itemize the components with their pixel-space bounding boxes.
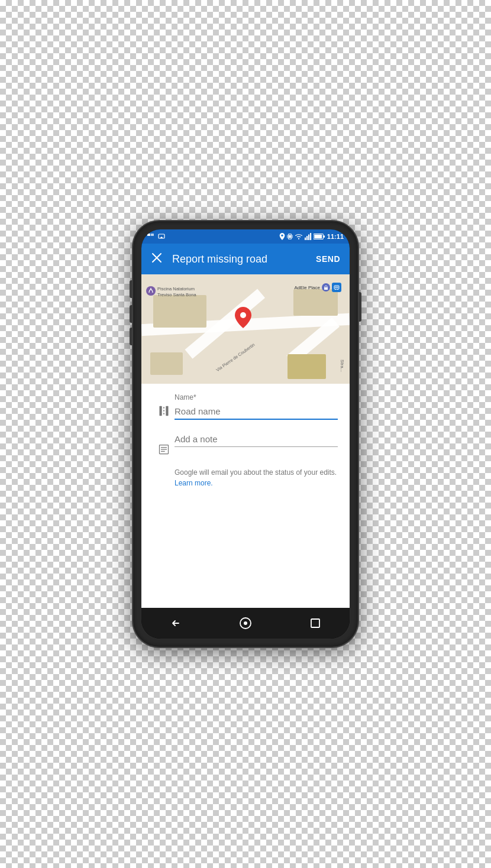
svg-rect-20	[335, 287, 338, 289]
svg-rect-5	[289, 235, 290, 238]
close-icon	[151, 252, 163, 264]
svg-rect-13	[314, 235, 322, 238]
road-name-input[interactable]	[175, 404, 338, 420]
bus-symbol	[334, 284, 340, 290]
svg-rect-8	[306, 236, 308, 240]
note-field	[175, 432, 338, 447]
map-block-3	[150, 352, 183, 375]
home-button[interactable]	[240, 617, 251, 629]
svg-rect-22	[160, 406, 162, 416]
status-bar-right: 11:11	[279, 233, 344, 240]
status-bar: 11:11	[141, 229, 350, 244]
back-button[interactable]	[170, 618, 181, 629]
svg-rect-9	[308, 235, 309, 240]
svg-rect-12	[324, 235, 325, 238]
svg-point-19	[337, 289, 338, 290]
app-bar-title: Report missing road	[172, 253, 316, 265]
note-field-row	[153, 432, 338, 455]
svg-rect-0	[147, 234, 150, 236]
svg-rect-16	[324, 287, 328, 290]
send-button[interactable]: SEND	[316, 254, 340, 264]
notification-icon-2	[158, 233, 165, 240]
map-block-4	[288, 354, 326, 379]
map-label-adele: AdEle Place	[294, 283, 341, 292]
phone-device: 11:11 Report missing road SEND	[133, 221, 358, 647]
adele-bus-icon	[332, 283, 341, 292]
svg-rect-24	[163, 407, 164, 409]
svg-point-6	[298, 238, 299, 239]
notification-icon-1	[147, 233, 156, 240]
svg-rect-10	[310, 233, 311, 240]
note-input[interactable]	[175, 432, 338, 447]
pin-shape	[235, 307, 251, 323]
back-icon	[170, 618, 181, 629]
svg-rect-23	[166, 406, 168, 416]
lock-icon	[322, 283, 330, 292]
svg-rect-25	[163, 410, 164, 412]
name-label: Name*	[175, 393, 338, 401]
recents-button[interactable]	[310, 618, 321, 629]
lock-symbol	[324, 285, 328, 290]
svg-rect-7	[305, 238, 306, 240]
note-icon	[158, 443, 170, 455]
street-label-stra: Stra...	[340, 359, 345, 372]
battery-icon	[314, 233, 325, 240]
svg-rect-26	[163, 413, 164, 414]
wifi-icon	[295, 233, 303, 240]
form-area: Name* G	[141, 384, 350, 608]
map-pin	[235, 307, 251, 323]
learn-more-link[interactable]: Learn more.	[175, 479, 213, 487]
app-bar: Report missing road SEND	[141, 244, 350, 274]
bottom-nav	[141, 608, 350, 639]
svg-point-18	[335, 289, 336, 290]
phone-screen: 11:11 Report missing road SEND	[141, 229, 350, 639]
map-block-2	[293, 289, 338, 316]
road-field-icon	[153, 405, 175, 417]
road-icon	[158, 405, 170, 417]
map-block-1	[153, 295, 206, 328]
status-time: 11:11	[327, 233, 344, 240]
location-icon	[279, 233, 285, 240]
pin-svg	[235, 307, 251, 328]
vibrate-icon	[287, 233, 293, 240]
piscina-text: Piscina Natatorium Treviso Santa Bona	[157, 286, 196, 298]
info-text-static: Google will email you about the status o…	[175, 468, 337, 477]
name-field-row: Name*	[153, 393, 338, 420]
piscina-symbol	[148, 288, 154, 294]
svg-point-32	[244, 621, 247, 625]
close-button[interactable]	[151, 252, 163, 266]
recents-icon	[310, 618, 321, 629]
home-icon	[240, 617, 251, 629]
svg-rect-33	[311, 619, 319, 627]
svg-point-3	[281, 235, 283, 237]
map-view[interactable]: Piscina Natatorium Treviso Santa Bona Ad…	[141, 274, 350, 384]
svg-rect-1	[151, 234, 154, 236]
note-field-icon	[153, 443, 175, 455]
info-text: Google will email you about the status o…	[153, 467, 338, 488]
signal-icon	[305, 233, 312, 240]
svg-point-15	[150, 288, 151, 289]
name-field: Name*	[175, 393, 338, 420]
map-label-piscina: Piscina Natatorium Treviso Santa Bona	[146, 286, 196, 298]
status-bar-left	[147, 233, 165, 240]
piscina-icon	[146, 286, 156, 296]
svg-point-21	[240, 312, 246, 318]
